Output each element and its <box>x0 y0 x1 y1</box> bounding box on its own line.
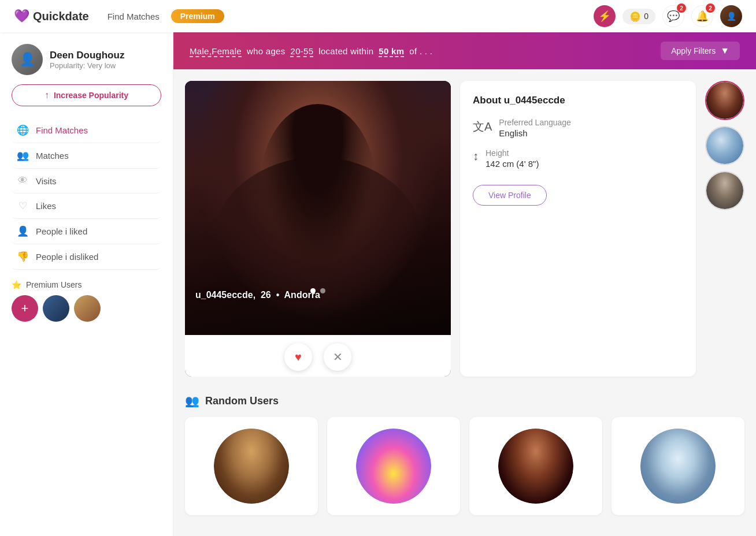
filter-distance: 50 km <box>379 46 404 57</box>
premium-avatar-2[interactable] <box>74 295 101 322</box>
random-user-card-4[interactable] <box>612 417 744 515</box>
sidebar-item-people-i-liked[interactable]: 👤 People i liked <box>12 219 161 244</box>
sidebar-item-likes[interactable]: ♡ Likes <box>12 193 161 219</box>
coins-button[interactable]: 🪙 0 <box>622 9 655 24</box>
premium-avatars-row: + <box>12 295 161 322</box>
sidebar-item-label-visits: Visits <box>36 176 57 186</box>
user-avatar-nav[interactable]: 👤 <box>720 5 742 27</box>
content-area: Male,Female who ages 20-55 located withi… <box>173 32 756 536</box>
bell-icon: 🔔 <box>696 10 709 23</box>
likes-icon: ♡ <box>16 200 29 212</box>
coin-icon: 🪙 <box>629 11 641 22</box>
sidebar-avatar[interactable]: 👤 <box>12 44 43 75</box>
main-content-area: u_0445eccde, 26 • Andorra ♥ ✕ <box>173 69 756 388</box>
logo-text: Quickdate <box>33 10 89 23</box>
top-navigation: 💜 Quickdate Find Matches Premium ⚡ 🪙 0 💬… <box>0 0 756 32</box>
lightning-icon-btn[interactable]: ⚡ <box>594 5 616 27</box>
random-avatar-4 <box>640 429 716 504</box>
side-avatar-1[interactable] <box>705 81 744 120</box>
sidebar-item-find-matches[interactable]: 🌐 Find Matches <box>12 118 161 143</box>
premium-avatar-1[interactable] <box>43 295 69 322</box>
matches-icon: 👥 <box>16 150 29 162</box>
logo-icon: 💜 <box>14 9 29 24</box>
increase-popularity-label: Increase Popularity <box>54 91 128 100</box>
side-avatar-3[interactable] <box>705 171 744 210</box>
dot-1 <box>310 288 316 293</box>
random-users-section: 👥 Random Users <box>173 388 756 527</box>
premium-badge[interactable]: Premium <box>171 9 224 23</box>
view-profile-button[interactable]: View Profile <box>473 185 547 206</box>
up-arrow-icon: ↑ <box>45 90 49 100</box>
filter-text: Male,Female who ages 20-55 located withi… <box>190 46 661 56</box>
dislike-button[interactable]: ✕ <box>324 343 351 371</box>
about-preferred-language: 文A Preferred Language English <box>473 118 683 138</box>
messages-icon-btn[interactable]: 💬 2 <box>662 5 684 27</box>
notifications-icon-btn[interactable]: 🔔 2 <box>691 5 713 27</box>
filter-icon: ▼ <box>720 46 729 56</box>
random-users-title: Random Users <box>205 395 279 407</box>
find-matches-nav-link[interactable]: Find Matches <box>108 12 160 21</box>
main-profile-card: u_0445eccde, 26 • Andorra ♥ ✕ <box>185 81 451 377</box>
dot-2 <box>320 288 325 293</box>
about-lang-value: English <box>499 128 571 138</box>
visits-icon: 👁 <box>16 175 29 187</box>
apply-filters-button[interactable]: Apply Filters ▼ <box>661 42 740 60</box>
about-card-title: About u_0445eccde <box>473 95 683 106</box>
filter-gender-label: Male,Female <box>190 46 242 57</box>
globe-icon: 🌐 <box>16 124 29 136</box>
random-avatar-1 <box>214 429 289 504</box>
people-disliked-icon: 👎 <box>16 251 29 263</box>
notifications-badge: 2 <box>706 3 715 13</box>
messages-icon: 💬 <box>667 10 680 23</box>
like-button[interactable]: ♥ <box>284 343 312 371</box>
filter-bar: Male,Female who ages 20-55 located withi… <box>173 32 756 69</box>
people-liked-icon: 👤 <box>16 225 29 237</box>
sidebar-item-people-i-disliked[interactable]: 👎 People i disliked <box>12 244 161 270</box>
right-panel-avatars <box>705 81 744 377</box>
random-user-card-1[interactable] <box>185 417 318 515</box>
random-users-header: 👥 Random Users <box>185 394 744 408</box>
sidebar-profile-section: 👤 Deen Doughouz Popularity: Very low <box>12 44 161 75</box>
sidebar-user-name: Deen Doughouz <box>50 50 124 61</box>
profile-age: 26 <box>261 290 271 300</box>
profile-username: u_0445eccde, <box>195 290 255 300</box>
about-card: About u_0445eccde 文A Preferred Language … <box>460 81 696 377</box>
sidebar-item-label-likes: Likes <box>36 201 56 211</box>
add-premium-avatar[interactable]: + <box>12 295 38 322</box>
about-lang-label: Preferred Language <box>499 118 571 127</box>
card-actions: ♥ ✕ <box>185 335 451 377</box>
sidebar-profile-info: Deen Doughouz Popularity: Very low <box>50 50 124 70</box>
sidebar-item-label-people-liked: People i liked <box>36 226 87 236</box>
random-users-icon: 👥 <box>185 394 199 408</box>
about-height-value: 142 cm (4' 8") <box>486 159 539 169</box>
sidebar-item-label-find-matches: Find Matches <box>36 125 88 135</box>
main-layout: 👤 Deen Doughouz Popularity: Very low ↑ I… <box>0 32 756 536</box>
premium-users-label: ⭐ Premium Users <box>12 280 161 289</box>
profile-name-overlay: u_0445eccde, 26 • Andorra <box>195 290 320 300</box>
logo-area[interactable]: 💜 Quickdate <box>14 9 89 24</box>
star-icon: ⭐ <box>12 280 21 289</box>
random-avatar-3 <box>498 429 573 504</box>
height-icon: ↕ <box>473 150 479 163</box>
filter-age-range: 20-55 <box>290 46 313 57</box>
sidebar-navigation: 🌐 Find Matches 👥 Matches 👁 Visits ♡ Like… <box>12 118 161 270</box>
apply-filters-label: Apply Filters <box>671 46 716 55</box>
about-lang-info: Preferred Language English <box>499 118 571 138</box>
about-height: ↕ Height 142 cm (4' 8") <box>473 148 683 169</box>
side-avatar-2[interactable] <box>705 126 744 165</box>
random-user-card-2[interactable] <box>327 417 460 515</box>
sidebar-item-label-matches: Matches <box>36 151 69 161</box>
about-height-info: Height 142 cm (4' 8") <box>486 148 539 169</box>
sidebar-popularity: Popularity: Very low <box>50 61 124 70</box>
about-height-label: Height <box>486 148 539 158</box>
lightning-icon: ⚡ <box>598 10 611 23</box>
random-user-card-3[interactable] <box>469 417 602 515</box>
sidebar-item-matches[interactable]: 👥 Matches <box>12 143 161 169</box>
translate-icon: 文A <box>473 119 492 135</box>
coins-count: 0 <box>644 12 648 21</box>
sidebar-item-label-people-disliked: People i disliked <box>36 252 98 262</box>
increase-popularity-button[interactable]: ↑ Increase Popularity <box>12 84 161 106</box>
sidebar-item-visits[interactable]: 👁 Visits <box>12 169 161 193</box>
profile-image-area: u_0445eccde, 26 • Andorra <box>185 81 451 335</box>
random-users-grid <box>185 417 744 515</box>
